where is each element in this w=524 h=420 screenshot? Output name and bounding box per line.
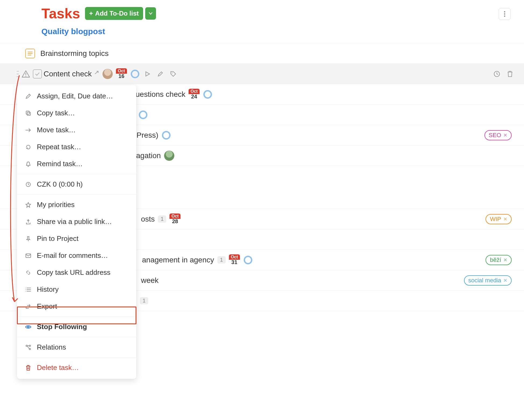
menu-separator: [17, 337, 136, 337]
share-icon: [24, 219, 32, 225]
menu-remind-task[interactable]: Remind task…: [17, 155, 136, 172]
warning-triangle-icon[interactable]: [22, 70, 30, 78]
svg-rect-13: [26, 111, 29, 114]
menu-share-link[interactable]: Share via a public link…: [17, 213, 136, 230]
subtask-count-badge: 1: [217, 256, 226, 264]
subtask-count-badge: 1: [140, 297, 148, 304]
drag-handle-icon[interactable]: [17, 70, 19, 77]
relations-icon: [24, 344, 32, 350]
edit-pencil-icon[interactable]: [157, 71, 164, 77]
export-icon: [24, 304, 32, 309]
copy-icon: [24, 110, 32, 116]
status-circle-icon[interactable]: [139, 111, 147, 119]
menu-label: History: [37, 285, 59, 294]
task-title: anagement in agency: [142, 256, 214, 264]
menu-label: Copy task URL address: [37, 268, 111, 277]
add-todo-dropdown-caret[interactable]: [145, 7, 156, 20]
menu-separator: [17, 174, 136, 174]
page-title: Tasks: [41, 5, 80, 22]
menu-stop-following[interactable]: Stop Following: [17, 318, 136, 335]
due-date-badge[interactable]: Oct 31: [229, 254, 240, 265]
pin-icon: [24, 236, 32, 242]
menu-separator: [17, 316, 136, 317]
due-day: 31: [231, 259, 237, 265]
arrow-right-icon: [24, 128, 32, 132]
remove-tag-icon[interactable]: ✕: [503, 216, 507, 222]
tag-bezi[interactable]: běží✕: [486, 255, 512, 265]
menu-assign-edit[interactable]: Assign, Edit, Due date…: [17, 88, 136, 105]
svg-point-10: [26, 76, 26, 76]
assignee-avatar[interactable]: [102, 69, 113, 79]
svg-point-7: [17, 76, 17, 77]
trash-icon[interactable]: [507, 70, 513, 77]
check-icon: [35, 72, 40, 76]
menu-copy-url[interactable]: Copy task URL address: [17, 264, 136, 281]
menu-label: CZK 0 (0:00 h): [37, 180, 83, 188]
open-external-icon[interactable]: [94, 70, 99, 78]
complete-checkbox[interactable]: [33, 69, 42, 79]
dots-vertical-icon: [504, 11, 505, 17]
remove-tag-icon[interactable]: ✕: [503, 132, 507, 138]
tag-social-media[interactable]: social media✕: [464, 275, 512, 286]
menu-label: Relations: [37, 343, 66, 351]
menu-separator: [17, 194, 136, 195]
due-date-badge[interactable]: Oct 24: [189, 89, 200, 100]
task-title: uestions check: [136, 90, 185, 99]
menu-label: My priorities: [37, 201, 75, 209]
menu-history[interactable]: History: [17, 281, 136, 298]
tag-icon[interactable]: [170, 71, 176, 77]
task-row[interactable]: Brainstorming topics: [0, 43, 524, 64]
clock-icon[interactable]: [493, 70, 500, 77]
menu-delete-task[interactable]: Delete task…: [17, 359, 136, 376]
tag-label: běží: [490, 257, 501, 264]
due-month: Oct: [229, 254, 240, 260]
note-icon: [25, 49, 35, 58]
remove-tag-icon[interactable]: ✕: [503, 277, 507, 283]
caret-down-icon: [149, 12, 153, 15]
task-title: Content check: [44, 70, 92, 78]
menu-label: Stop Following: [37, 323, 87, 331]
tag-wip[interactable]: WIP✕: [486, 214, 512, 224]
due-month: Oct: [189, 89, 200, 94]
menu-label: Delete task…: [37, 364, 79, 372]
status-circle-icon[interactable]: [131, 70, 139, 78]
trash-icon: [24, 365, 32, 371]
due-day: 24: [191, 94, 197, 100]
plus-icon: +: [89, 10, 93, 17]
menu-label: Move task…: [37, 126, 76, 134]
menu-move-task[interactable]: Move task…: [17, 122, 136, 138]
tag-seo[interactable]: SEO✕: [484, 130, 512, 140]
svg-point-3: [17, 71, 17, 72]
remove-tag-icon[interactable]: ✕: [503, 257, 507, 263]
status-circle-icon[interactable]: [203, 90, 212, 99]
due-date-badge[interactable]: Oct 28: [169, 213, 180, 225]
menu-budget[interactable]: CZK 0 (0:00 h): [17, 176, 136, 193]
more-menu-button[interactable]: [499, 8, 511, 20]
menu-repeat-task[interactable]: Repeat task…: [17, 138, 136, 155]
svg-point-1: [504, 13, 505, 15]
section-link[interactable]: Quality blogpost: [41, 27, 513, 36]
status-circle-icon[interactable]: [244, 256, 252, 264]
svg-point-6: [18, 73, 19, 74]
menu-pin[interactable]: Pin to Project: [17, 230, 136, 247]
menu-email-comments[interactable]: E-mail for comments…: [17, 247, 136, 264]
menu-label: Export: [37, 302, 57, 311]
svg-rect-14: [27, 112, 30, 115]
menu-relations[interactable]: Relations: [17, 339, 136, 356]
task-context-menu: Assign, Edit, Due date… Copy task… Move …: [17, 85, 136, 379]
menu-export[interactable]: Export: [17, 298, 136, 315]
svg-point-4: [18, 71, 19, 72]
add-todo-list-button[interactable]: + Add To-Do list: [85, 7, 143, 20]
due-day: 16: [118, 73, 124, 79]
start-timer-icon[interactable]: [144, 71, 151, 77]
menu-copy-task[interactable]: Copy task…: [17, 105, 136, 122]
menu-separator: [17, 357, 136, 358]
due-date-badge[interactable]: Oct 16: [116, 68, 127, 79]
svg-point-17: [27, 326, 29, 328]
link-icon: [24, 270, 32, 276]
status-circle-icon[interactable]: [162, 131, 171, 140]
menu-label: Pin to Project: [37, 234, 79, 243]
assignee-avatar[interactable]: [164, 151, 174, 161]
task-row-active[interactable]: Content check Oct 16: [0, 64, 524, 84]
menu-priorities[interactable]: My priorities: [17, 196, 136, 213]
